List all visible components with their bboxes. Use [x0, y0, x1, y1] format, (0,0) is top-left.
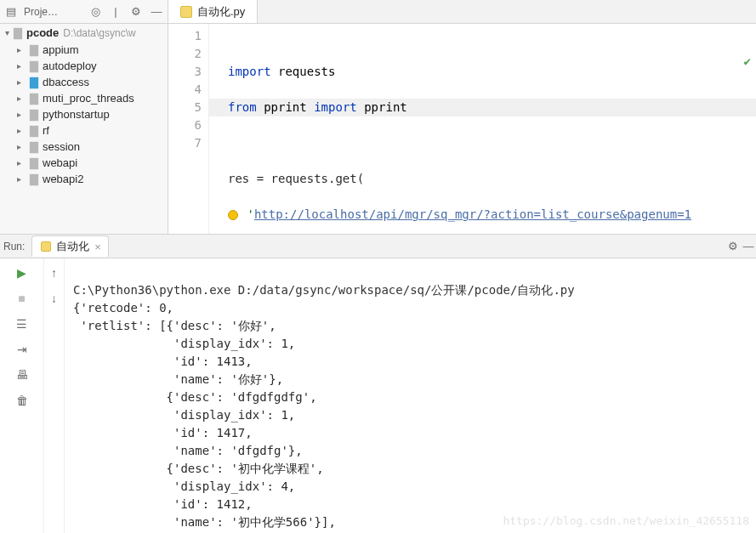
folder-label: autodeploy	[43, 60, 97, 72]
url-string: http://localhost/api/mgr/sq_mgr/?action=…	[254, 207, 691, 221]
chevron-right-icon: ▸	[17, 158, 26, 167]
line-number: 5	[168, 99, 202, 116]
line-number: 1	[168, 27, 202, 45]
minimize-icon[interactable]: —	[149, 4, 164, 20]
code-l4: res = requests.get(	[228, 172, 364, 185]
line-number: 6	[168, 116, 202, 134]
softwrap-icon[interactable]: ⇥	[13, 340, 31, 359]
print-icon[interactable]: 🖶	[13, 366, 31, 384]
folder-icon: ▇	[30, 60, 38, 72]
minimize-icon[interactable]: —	[741, 239, 756, 254]
mod-requests: requests	[278, 65, 335, 78]
folder-icon: ▇	[30, 43, 38, 56]
watermark: https://blog.csdn.net/weixin_42655118	[503, 512, 749, 530]
chevron-right-icon: ▸	[17, 110, 26, 119]
line-number: 3	[168, 63, 202, 81]
divider-icon: |	[108, 4, 123, 20]
kw-import: import	[228, 65, 271, 78]
run-toolbar-left: ▶ ■ ☰ ⇥ 🖶 🗑	[0, 258, 44, 533]
run-tab[interactable]: 自动化 ×	[31, 235, 109, 257]
tree-folder[interactable]: ▸▇session	[0, 139, 168, 155]
folder-icon: ▇	[30, 124, 38, 137]
gear-icon[interactable]: ⚙	[128, 4, 144, 20]
folder-label: webapi2	[43, 173, 83, 185]
editor-pane: 自动化.py ✔ 1234567 import requests from pp…	[168, 0, 756, 234]
close-icon[interactable]: ×	[94, 241, 101, 253]
project-root[interactable]: ▾ ▇ pcode D:\data\gsync\w	[0, 24, 168, 42]
folder-icon: ▇	[30, 156, 38, 169]
folder-label: appium	[43, 43, 79, 56]
folder-label: session	[43, 140, 80, 153]
folder-icon: ▇	[30, 108, 38, 121]
folder-icon: ▇	[14, 26, 22, 39]
run-label: Run:	[3, 241, 31, 252]
project-tree: ▸▇appium▸▇autodeploy▸▇dbaccess▸▇muti_pro…	[0, 42, 168, 234]
kw-from: from	[228, 100, 257, 114]
folder-icon: ▇	[30, 76, 38, 88]
chevron-right-icon: ▸	[17, 77, 26, 87]
folder-label: webapi	[43, 156, 77, 169]
run-body: ▶ ■ ☰ ⇥ 🖶 🗑 ↑ ↓ C:\Python36\python.exe D…	[0, 258, 756, 533]
folder-label: rf	[43, 124, 49, 137]
tree-folder[interactable]: ▸▇muti_proc_threads	[0, 90, 168, 106]
tree-folder[interactable]: ▸▇appium	[0, 42, 168, 58]
run-header: Run: 自动化 × ⚙ —	[0, 235, 756, 258]
layout-icon[interactable]: ☰	[13, 315, 31, 333]
tree-folder[interactable]: ▸▇dbaccess	[0, 74, 168, 90]
run-panel: Run: 自动化 × ⚙ — ▶ ■ ☰ ⇥ 🖶 🗑 ↑ ↓	[0, 235, 756, 533]
top-split: ▤ Proje… ◎ | ⚙ — ▾ ▇ pcode D:\data\gsync…	[0, 0, 756, 235]
kw-import2: import	[314, 100, 357, 114]
project-tool-icon[interactable]: ▤	[3, 4, 19, 20]
chevron-right-icon: ▸	[17, 94, 26, 103]
chevron-down-icon: ▾	[5, 28, 9, 37]
editor-tab-bar: 自动化.py	[168, 0, 756, 24]
tree-folder[interactable]: ▸▇autodeploy	[0, 58, 168, 74]
chevron-right-icon: ▸	[17, 142, 26, 151]
tree-folder[interactable]: ▸▇pythonstartup	[0, 106, 168, 122]
down-arrow-icon[interactable]: ↓	[45, 289, 64, 308]
pycharm-ide: ▤ Proje… ◎ | ⚙ — ▾ ▇ pcode D:\data\gsync…	[0, 0, 756, 533]
line-number: 4	[168, 81, 202, 99]
lightbulb-icon[interactable]	[228, 210, 238, 220]
tab-label: 自动化.py	[197, 4, 245, 20]
mod-pprint: pprint	[264, 100, 307, 114]
project-name: pcode	[26, 26, 59, 39]
folder-label: muti_proc_threads	[43, 92, 134, 105]
code-area[interactable]: import requests from pprint import pprin…	[209, 24, 756, 234]
sidebar-title: Proje…	[24, 6, 82, 18]
chevron-right-icon: ▸	[17, 174, 26, 184]
python-file-icon	[180, 6, 192, 18]
gear-icon[interactable]: ⚙	[725, 239, 741, 254]
folder-icon: ▇	[30, 92, 38, 105]
folder-label: dbaccess	[43, 76, 89, 88]
line-number: 7	[168, 134, 202, 152]
editor-tab[interactable]: 自动化.py	[168, 0, 258, 23]
folder-label: pythonstartup	[43, 108, 110, 121]
tree-folder[interactable]: ▸▇rf	[0, 122, 168, 139]
target-icon[interactable]: ◎	[88, 4, 103, 20]
console-command: C:\Python36\python.exe D:/data/gsync/wor…	[73, 283, 575, 297]
run-tab-label: 自动化	[56, 239, 89, 254]
chevron-right-icon: ▸	[17, 45, 26, 54]
trash-icon[interactable]: 🗑	[13, 391, 31, 410]
tree-folder[interactable]: ▸▇webapi2	[0, 171, 168, 187]
project-sidebar: ▤ Proje… ◎ | ⚙ — ▾ ▇ pcode D:\data\gsync…	[0, 0, 168, 234]
console-output[interactable]: C:\Python36\python.exe D:/data/gsync/wor…	[65, 258, 756, 533]
folder-icon: ▇	[30, 173, 38, 185]
project-path: D:\data\gsync\w	[63, 27, 135, 39]
tree-folder[interactable]: ▸▇webapi	[0, 155, 168, 171]
chevron-right-icon: ▸	[17, 126, 26, 135]
chevron-right-icon: ▸	[17, 61, 26, 71]
rerun-icon[interactable]: ▶	[13, 264, 31, 282]
stop-icon[interactable]: ■	[13, 289, 31, 308]
line-gutter: 1234567	[168, 24, 209, 234]
run-toolbar-mid: ↑ ↓	[44, 258, 65, 533]
console-text: {'retcode': 0, 'retlist': [{'desc': '你好'…	[73, 301, 336, 533]
editor-body[interactable]: ✔ 1234567 import requests from pprint im…	[168, 24, 756, 234]
line-number: 2	[168, 45, 202, 63]
up-arrow-icon[interactable]: ↑	[45, 264, 64, 282]
name-pprint: pprint	[364, 100, 407, 114]
python-run-icon	[41, 241, 51, 252]
folder-icon: ▇	[30, 140, 38, 153]
sidebar-header: ▤ Proje… ◎ | ⚙ —	[0, 0, 168, 24]
